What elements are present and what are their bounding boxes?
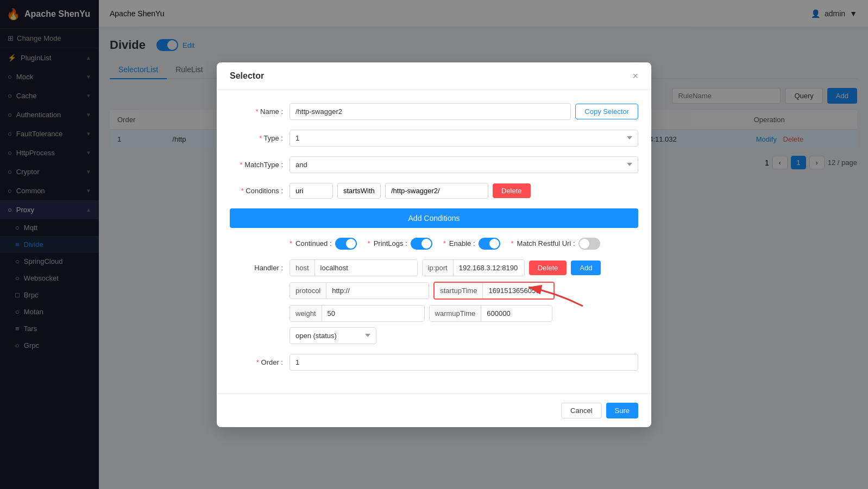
- weight-input[interactable]: [322, 306, 424, 321]
- order-input[interactable]: [290, 354, 638, 371]
- form-row-match-type: * MatchType : and: [230, 156, 638, 173]
- handler-row-1: host ip:port Delete Add: [290, 259, 638, 276]
- cancel-button[interactable]: Cancel: [561, 403, 601, 418]
- print-logs-label: PrintLogs :: [374, 239, 407, 247]
- status-select[interactable]: open (status): [290, 327, 376, 344]
- modal-close-button[interactable]: ×: [632, 71, 638, 81]
- enable-toggle[interactable]: [479, 238, 500, 250]
- form-row-toggles: * Continued : * PrintLogs : * Enable :: [230, 238, 638, 250]
- condition-delete-button[interactable]: Delete: [493, 183, 531, 198]
- warmup-time-field: warmupTime: [429, 305, 553, 322]
- modal-title: Selector: [230, 71, 264, 81]
- modal-footer: Cancel Sure: [217, 393, 651, 427]
- sure-button[interactable]: Sure: [606, 403, 638, 418]
- match-type-label: * MatchType :: [230, 161, 290, 169]
- form-row-order: * Order :: [230, 354, 638, 371]
- handler-row-3: weight warmupTime: [290, 305, 638, 322]
- handler-label: Handler :: [230, 259, 290, 272]
- condition-value-input[interactable]: [385, 183, 488, 199]
- modal-header: Selector ×: [217, 62, 651, 90]
- protocol-label: protocol: [290, 283, 326, 299]
- warmup-time-input[interactable]: [481, 306, 552, 321]
- handler-delete-button[interactable]: Delete: [529, 261, 567, 275]
- name-input[interactable]: [290, 103, 571, 120]
- weight-field: weight: [290, 305, 425, 322]
- print-logs-toggle-group: * PrintLogs :: [368, 238, 432, 250]
- handler-row-2: protocol startupTime: [290, 282, 638, 300]
- form-row-type: * Type : 1: [230, 130, 638, 147]
- form-row-name: * Name : Copy Selector: [230, 103, 638, 120]
- handler-row-4: open (status): [290, 327, 638, 344]
- weight-label: weight: [290, 306, 322, 321]
- startup-time-label: startupTime: [435, 283, 483, 299]
- continued-label: Continued :: [295, 239, 332, 247]
- print-logs-toggle[interactable]: [411, 238, 432, 250]
- copy-selector-button[interactable]: Copy Selector: [575, 104, 638, 119]
- warmup-time-label: warmupTime: [430, 306, 482, 321]
- host-input[interactable]: [315, 260, 417, 276]
- match-restful-toggle[interactable]: [578, 238, 600, 250]
- modal-body: * Name : Copy Selector * Type : 1: [217, 90, 651, 393]
- protocol-input[interactable]: [326, 283, 429, 299]
- startup-time-input[interactable]: [483, 283, 553, 299]
- handler-add-button[interactable]: Add: [571, 261, 601, 275]
- continued-toggle[interactable]: [335, 238, 357, 250]
- match-restful-label: Match Restful Uri :: [517, 239, 575, 247]
- type-label: * Type :: [230, 134, 290, 142]
- continued-toggle-group: * Continued :: [290, 238, 357, 250]
- enable-toggle-group: * Enable :: [443, 238, 500, 250]
- type-select[interactable]: 1: [290, 130, 638, 147]
- ip-port-label: ip:port: [423, 260, 454, 276]
- condition-operator-select[interactable]: startsWith: [337, 183, 381, 199]
- conditions-label: * Conditions :: [230, 187, 290, 195]
- form-row-handler: Handler : host ip:port Delete: [230, 259, 638, 344]
- selector-modal: Selector × * Name : Copy Selector * Type: [217, 62, 651, 427]
- name-label: * Name :: [230, 107, 290, 116]
- condition-type-select[interactable]: uri: [290, 183, 333, 199]
- add-conditions-button[interactable]: Add Conditions: [230, 208, 638, 228]
- modal-overlay: Selector × * Name : Copy Selector * Type: [0, 0, 868, 489]
- match-restful-toggle-group: * Match Restful Uri :: [511, 238, 600, 250]
- ip-port-input[interactable]: [454, 260, 524, 276]
- order-label: * Order :: [230, 358, 290, 366]
- ip-port-field: ip:port: [422, 259, 525, 276]
- host-field: host: [290, 259, 418, 276]
- form-row-conditions: * Conditions : uri startsWith Delete: [230, 183, 638, 199]
- host-label: host: [290, 260, 315, 276]
- protocol-field: protocol: [290, 282, 429, 299]
- match-type-select[interactable]: and: [290, 156, 638, 173]
- startup-time-field: startupTime: [433, 282, 555, 300]
- enable-label: Enable :: [449, 239, 475, 247]
